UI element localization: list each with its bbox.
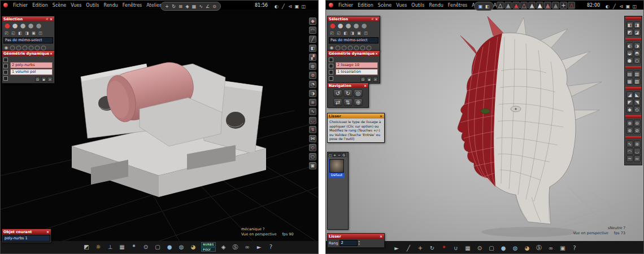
tool-slot-icon[interactable]: ◧ — [484, 3, 490, 10]
select-all-icon[interactable]: ◫ — [37, 30, 43, 36]
layer-checkbox[interactable] — [329, 58, 333, 62]
lines-tool-icon[interactable]: ▤ — [626, 71, 633, 77]
globe-icon[interactable]: ◍ — [511, 244, 519, 252]
bowl-tool-icon[interactable]: ◓ — [634, 50, 641, 56]
gem-icon[interactable]: ◈ — [184, 3, 190, 10]
marquee-icon[interactable]: ▢ — [154, 243, 162, 251]
move-icon[interactable]: + — [164, 3, 170, 10]
select-point-icon[interactable]: ◰ — [329, 30, 335, 36]
tool-group-header[interactable] — [625, 87, 641, 90]
memo-slot-icon[interactable]: ◯ — [360, 45, 365, 50]
memo-slot-icon[interactable]: ◯ — [347, 45, 353, 50]
current-object-name[interactable]: poly-nurbs 1 — [3, 235, 50, 242]
material-icon[interactable]: ◕ — [523, 244, 531, 252]
gem-icon[interactable]: ◈ — [220, 243, 228, 251]
zoom-icon[interactable]: ⊕ — [354, 98, 363, 106]
pan-vertical-icon[interactable]: ⇅ — [343, 98, 353, 106]
inset-tool-icon[interactable]: ◪ — [634, 29, 641, 36]
facet-shaded-icon[interactable]: ▲ — [504, 2, 512, 9]
circle-tool-icon[interactable]: ○ — [309, 153, 316, 160]
face-tool-icon[interactable]: ◧ — [309, 45, 316, 52]
memo-slot-icon[interactable]: ◯ — [341, 45, 347, 50]
navigation-palette-titlebar[interactable]: Navigation × — [328, 83, 368, 88]
active-tool-icon[interactable]: ▣ — [477, 3, 484, 10]
history-item-selected[interactable]: 2 lissage 10 — [336, 62, 378, 68]
nurbs-poly-button[interactable]: NURBS POLY — [201, 242, 216, 252]
menu-scene[interactable]: Scène — [50, 3, 68, 8]
tool-group-header[interactable] — [625, 17, 641, 20]
smoothing-help-titlebar[interactable]: Lisser × — [328, 113, 384, 119]
approx-tool-icon[interactable]: ≈ — [634, 155, 641, 162]
select-group-icon[interactable]: ▣ — [356, 30, 362, 36]
sphere-icon[interactable]: ● — [499, 244, 507, 252]
cursor-icon[interactable]: ► — [255, 243, 263, 251]
tool-group-header[interactable] — [625, 136, 641, 139]
select-edge-icon[interactable]: ◱ — [336, 30, 342, 36]
select-object-icon[interactable]: ◨ — [24, 30, 30, 36]
memo-slot-icon[interactable]: ◉ — [329, 45, 334, 50]
smooth-red-icon[interactable]: ▲ — [512, 2, 520, 9]
dome-tool-icon[interactable]: ◒ — [626, 50, 633, 56]
select-edge-icon[interactable]: ◱ — [10, 30, 16, 36]
curve-tool-icon[interactable]: ∿ — [309, 108, 316, 115]
close-icon[interactable]: × — [49, 17, 53, 21]
gem-tool-icon[interactable]: ◇ — [309, 144, 316, 151]
close-icon[interactable]: × — [375, 51, 378, 55]
layer-checkbox[interactable] — [329, 70, 333, 75]
grid-tool-icon[interactable]: ▦ — [626, 78, 633, 85]
memo-select-field[interactable]: Pas de mémo-select — [3, 37, 53, 43]
burst-icon[interactable]: * — [440, 244, 448, 252]
circle-tool-icon[interactable]: ○ — [634, 57, 641, 64]
selection-sphere-icon[interactable]: ● — [11, 22, 19, 29]
memo-slot-icon[interactable]: ◯ — [354, 45, 359, 50]
hemisphere-tool-icon[interactable]: ◑ — [634, 42, 641, 49]
pen-icon[interactable]: ╱ — [280, 3, 286, 10]
orbit-left-icon[interactable]: ↺ — [333, 89, 342, 97]
menu-edition[interactable]: Edition — [30, 3, 50, 8]
close-icon[interactable]: × — [363, 84, 367, 87]
pan-horizontal-icon[interactable]: ⇄ — [333, 98, 342, 106]
rank-input[interactable]: 2 — [340, 240, 358, 246]
magic-smooth-icon[interactable]: △ — [568, 2, 575, 9]
rotate-icon[interactable]: ↻ — [171, 3, 177, 10]
close-icon[interactable]: × — [379, 114, 383, 118]
binoculars-icon[interactable]: ⊙ — [142, 243, 150, 251]
select-group-icon[interactable]: ▣ — [31, 30, 37, 36]
bend-tool-icon[interactable]: ◡ — [309, 117, 316, 124]
windows-icon[interactable]: ◫ — [632, 3, 638, 10]
menu-outils[interactable]: Outils — [84, 3, 101, 8]
corner4-tool-icon[interactable]: ◥ — [634, 99, 641, 106]
menu-rendu[interactable]: Rendu — [101, 3, 120, 8]
shading-mode-icon[interactable]: ◐ — [604, 3, 611, 10]
grid-icon[interactable]: ▦ — [191, 3, 197, 10]
geometry-palette-titlebar[interactable]: Géométrie dynamique × — [328, 51, 380, 56]
draw-tool-icon[interactable]: ╱ — [309, 36, 316, 43]
bulb-icon[interactable]: ☼ — [46, 17, 49, 21]
columns-tool-icon[interactable]: ▥ — [634, 71, 641, 77]
tool-group-header[interactable] — [625, 115, 641, 118]
select-face-icon[interactable]: ◧ — [342, 30, 349, 36]
sweep-tool-icon[interactable]: ◔ — [309, 81, 316, 88]
ball-tool-icon[interactable]: ● — [626, 57, 633, 64]
layer-checkbox[interactable] — [329, 64, 333, 68]
bracket-hole-right[interactable] — [226, 112, 245, 129]
corner2-tool-icon[interactable]: ◣ — [634, 91, 641, 98]
smooth-wire-red-icon[interactable]: △ — [520, 2, 528, 9]
group-icon[interactable]: G — [342, 153, 346, 157]
selection-palette-titlebar[interactable]: Sélection ☼ × — [328, 16, 380, 21]
wave-tool-icon[interactable]: ≋ — [309, 99, 316, 106]
tool-group-header[interactable] — [625, 66, 641, 69]
magnet-icon[interactable]: ∪ — [452, 244, 460, 252]
menu-vues[interactable]: Vues — [68, 3, 84, 8]
pyramid-icon[interactable]: ▲ — [544, 2, 551, 9]
menu-fenetres[interactable]: Fenêtres — [446, 3, 469, 8]
add-smooth-icon[interactable]: + — [560, 2, 567, 9]
bridge-tool-icon[interactable]: ◩ — [626, 29, 633, 36]
gem-wire-tool-icon[interactable]: ◇ — [634, 106, 641, 113]
select-point-icon[interactable]: ◰ — [3, 30, 10, 36]
facet-wire-icon[interactable]: △ — [497, 2, 504, 9]
selection-sphere-active-icon[interactable]: ● — [329, 22, 336, 29]
memo-slot-icon[interactable]: ◯ — [34, 45, 40, 50]
sphere-tool-icon[interactable]: ◍ — [309, 63, 316, 70]
close-icon[interactable]: × — [46, 230, 50, 234]
